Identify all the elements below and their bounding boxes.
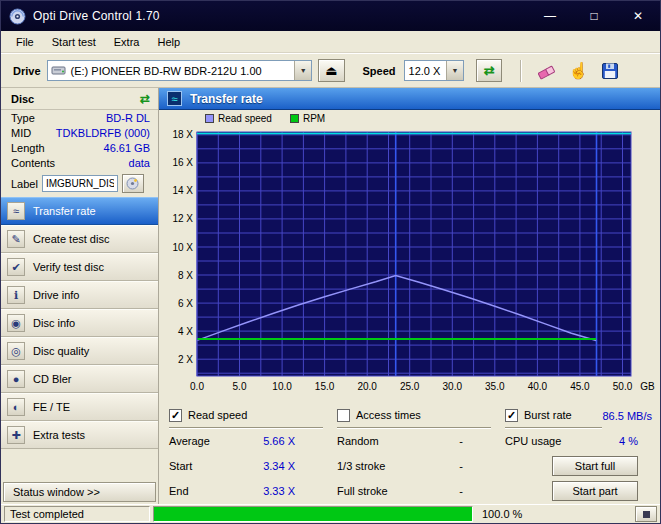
contents-value[interactable]: data <box>129 157 150 169</box>
chart-area: 0.05.010.015.020.025.030.035.040.045.050… <box>159 126 660 398</box>
edit-label-button[interactable] <box>122 174 144 193</box>
menu-help[interactable]: Help <box>148 33 189 51</box>
toolbar-separator <box>520 60 522 82</box>
random-label: Random <box>337 435 379 447</box>
window-controls: — □ ✕ <box>528 1 660 31</box>
label-label: Label <box>11 178 38 190</box>
drive-select[interactable]: (E:) PIONEER BD-RW BDR-212U 1.00 ▼ <box>47 60 313 81</box>
title-bar: Opti Drive Control 1.70 — □ ✕ <box>1 1 660 31</box>
close-button[interactable]: ✕ <box>616 1 660 31</box>
svg-text:20.0: 20.0 <box>357 381 377 392</box>
chevron-down-icon[interactable]: ▼ <box>446 61 463 80</box>
sidebar-item-label: Drive info <box>33 289 79 301</box>
start-full-button[interactable]: Start full <box>552 456 638 476</box>
results-panel: ✓ Read speed Access times ✓ Burst rate 8… <box>159 398 660 504</box>
fe-te-icon: ◐ <box>7 398 25 416</box>
page-title-bar: ≈ Transfer rate <box>159 88 660 110</box>
save-results-button[interactable] <box>597 58 622 84</box>
eraser-icon <box>538 61 557 80</box>
average-row: Average 5.66 X <box>169 428 323 453</box>
save-icon <box>601 62 619 80</box>
minimize-button[interactable]: — <box>528 1 572 31</box>
verify-test-disc-icon: ✔ <box>7 258 25 276</box>
sidebar-item-transfer-rate[interactable]: ≈ Transfer rate <box>1 197 158 225</box>
menu-extra[interactable]: Extra <box>105 33 149 51</box>
disc-info-icon: ◉ <box>7 314 25 332</box>
read-speed-checkbox[interactable]: ✓ <box>169 409 182 422</box>
disc-info-row-mid: MID TDKBLDRFB (000) <box>1 125 158 140</box>
menu-bar: File Start test Extra Help <box>1 31 660 53</box>
length-label: Length <box>11 142 45 154</box>
burst-rate-checkbox[interactable]: ✓ <box>505 409 518 422</box>
read-speed-swatch-icon <box>205 114 214 123</box>
type-value: BD-R DL <box>106 112 150 124</box>
sidebar-item-extra-tests[interactable]: ✚ Extra tests <box>1 421 158 449</box>
statusbar-button[interactable] <box>635 506 657 522</box>
sidebar-item-label: Create test disc <box>33 233 109 245</box>
access-times-checkbox-label: Access times <box>356 409 421 421</box>
speed-select[interactable]: 12.0 X ▼ <box>404 60 465 81</box>
sidebar-item-disc-quality[interactable]: ◎ Disc quality <box>1 337 158 365</box>
progress-fill <box>154 507 472 521</box>
disc-label-input[interactable] <box>42 175 118 192</box>
svg-text:15.0: 15.0 <box>315 381 335 392</box>
cd-bler-icon: ● <box>7 370 25 388</box>
progress-percent: 100.0 % <box>476 508 528 520</box>
sidebar-item-create-test-disc[interactable]: ✎ Create test disc <box>1 225 158 253</box>
status-bar: Test completed 100.0 % <box>1 504 660 523</box>
mid-label: MID <box>11 127 31 139</box>
read-speed-checkbox-label: Read speed <box>188 409 247 421</box>
start-row: Start 3.34 X <box>169 453 323 478</box>
svg-text:0.0: 0.0 <box>190 381 204 392</box>
rpm-swatch-icon <box>290 114 299 123</box>
average-value: 5.66 X <box>263 435 295 447</box>
full-stroke-label: Full stroke <box>337 485 388 497</box>
sidebar-item-disc-info[interactable]: ◉ Disc info <box>1 309 158 337</box>
refresh-speeds-button[interactable]: ⇄ <box>476 59 502 82</box>
drive-label: Drive <box>13 65 41 77</box>
create-test-disc-icon: ✎ <box>7 230 25 248</box>
average-label: Average <box>169 435 210 447</box>
svg-text:18 X: 18 X <box>172 129 193 140</box>
burst-rate-checkbox-label: Burst rate <box>524 409 572 421</box>
menu-start-test[interactable]: Start test <box>43 33 105 51</box>
status-window-button[interactable]: Status window >> <box>3 482 156 502</box>
burst-rate-value: 86.5 MB/s <box>602 410 652 422</box>
transfer-rate-icon: ≈ <box>7 202 25 220</box>
menu-file[interactable]: File <box>7 33 43 51</box>
third-stroke-value: - <box>459 460 463 472</box>
sidebar-item-cd-bler[interactable]: ● CD Bler <box>1 365 158 393</box>
sidebar-item-label: Extra tests <box>33 429 85 441</box>
maximize-button[interactable]: □ <box>572 1 616 31</box>
content: Disc ⇄ Type BD-R DL MID TDKBLDRFB (000) … <box>1 88 660 504</box>
ok-hand-button[interactable]: ☝ <box>566 58 591 84</box>
erase-disc-button[interactable] <box>534 58 559 84</box>
sidebar-item-label: FE / TE <box>33 401 70 413</box>
sidebar: Disc ⇄ Type BD-R DL MID TDKBLDRFB (000) … <box>1 88 159 504</box>
disc-label-row: Label <box>1 170 158 197</box>
legend-rpm: RPM <box>290 113 325 124</box>
start-part-button[interactable]: Start part <box>552 481 638 501</box>
access-times-checkbox[interactable] <box>337 409 350 422</box>
check-icon: ✓ <box>171 410 180 421</box>
disc-info-row-contents: Contents data <box>1 155 158 170</box>
access-times-group: Access times <box>337 403 491 428</box>
sidebar-item-fe-te[interactable]: ◐ FE / TE <box>1 393 158 421</box>
svg-text:30.0: 30.0 <box>443 381 463 392</box>
check-icon: ✓ <box>507 410 516 421</box>
end-row: End 3.33 X <box>169 478 323 503</box>
refresh-disc-button[interactable]: ⇄ <box>140 92 150 106</box>
speed-select-value: 12.0 X <box>405 65 447 77</box>
app-window: Opti Drive Control 1.70 — □ ✕ File Start… <box>0 0 661 524</box>
svg-text:10 X: 10 X <box>172 242 193 253</box>
svg-text:5.0: 5.0 <box>233 381 247 392</box>
eject-button[interactable]: ⏏ <box>318 59 344 82</box>
svg-text:GB: GB <box>640 381 655 392</box>
sidebar-item-drive-info[interactable]: ℹ Drive info <box>1 281 158 309</box>
end-label: End <box>169 485 189 497</box>
sidebar-item-verify-test-disc[interactable]: ✔ Verify test disc <box>1 253 158 281</box>
chevron-down-icon[interactable]: ▼ <box>294 61 311 80</box>
end-value: 3.33 X <box>263 485 295 497</box>
disc-header-label: Disc <box>11 93 34 105</box>
sidebar-item-label: Disc quality <box>33 345 89 357</box>
